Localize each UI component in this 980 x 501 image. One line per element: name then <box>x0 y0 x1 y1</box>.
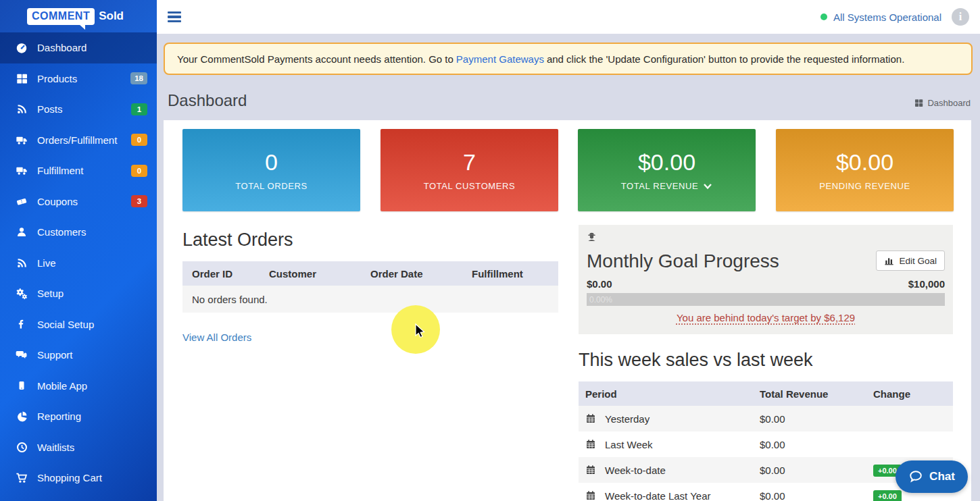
latest-orders-section: Latest Orders Order ID Customer Order Da… <box>182 230 558 344</box>
sidebar-item-label: Support <box>37 349 73 361</box>
truck-icon <box>15 134 28 146</box>
total-orders-card[interactable]: 0 TOTAL ORDERS <box>182 129 360 211</box>
column-header-order-id: Order ID <box>182 268 269 280</box>
column-header-order-date: Order Date <box>370 268 472 280</box>
monthly-goal-title: Monthly Goal Progress <box>587 250 779 272</box>
rss-icon <box>15 103 28 115</box>
sidebar-item-reporting[interactable]: Reporting <box>0 401 157 432</box>
grid-icon <box>15 72 28 84</box>
total-customers-card[interactable]: 7 TOTAL CUSTOMERS <box>381 129 558 211</box>
chevron-down-icon[interactable] <box>703 183 712 190</box>
content-panel: 0 TOTAL ORDERS 7 TOTAL CUSTOMERS $0.00 T… <box>164 120 971 501</box>
chat-bubbles-icon <box>15 349 28 361</box>
sidebar-item-orders-fulfillment[interactable]: Orders/Fulfillment 0 <box>0 125 157 156</box>
topbar: All Systems Operational i <box>157 0 980 34</box>
revenue-value: $0.00 <box>760 439 873 450</box>
sidebar-item-label: Setup <box>37 288 64 299</box>
pending-revenue-value: $0.00 <box>836 149 893 176</box>
topbar-right: All Systems Operational i <box>820 8 969 26</box>
products-count-badge: 18 <box>130 72 147 84</box>
total-customers-label: TOTAL CUSTOMERS <box>424 181 516 191</box>
monthly-goal-panel: Monthly Goal Progress Edit Goal $0.00 $1… <box>579 225 953 334</box>
sidebar-item-label: Orders/Fulfillment <box>37 134 117 146</box>
sidebar-item-label: Shopping Cart <box>37 472 102 483</box>
sidebar-item-waitlists[interactable]: Waitlists <box>0 432 157 463</box>
pending-revenue-card[interactable]: $0.00 PENDING REVENUE <box>776 129 954 211</box>
goal-progress-bar: 0.00% <box>587 293 945 306</box>
sidebar-item-products[interactable]: Products 18 <box>0 63 157 95</box>
revenue-value: $0.00 <box>760 490 873 501</box>
pie-chart-icon <box>15 411 28 423</box>
goal-warning-text[interactable]: You are behind today's target by $6,129 <box>587 312 945 323</box>
breadcrumb[interactable]: Dashboard <box>914 98 971 108</box>
truck-icon <box>15 165 28 177</box>
table-row: Week-to-date Last Year $0.00 +0.00 <box>579 483 953 501</box>
sidebar-item-label: Reporting <box>37 411 81 422</box>
logo-speech-bubble: COMMENT <box>27 8 95 25</box>
facebook-icon <box>15 318 28 330</box>
week-sales-header-row: Period Total Revenue Change <box>579 381 953 406</box>
clock-icon <box>15 441 28 453</box>
table-row: Last Week $0.00 <box>579 431 953 457</box>
sidebar-item-mobile-app[interactable]: Mobile App <box>0 371 157 402</box>
sidebar-item-label: Dashboard <box>37 42 87 53</box>
total-customers-value: 7 <box>463 149 476 176</box>
ticket-icon <box>15 195 28 207</box>
chat-bubble-icon <box>908 469 923 484</box>
calendar-icon <box>585 490 596 501</box>
payment-gateways-link[interactable]: Payment Gateways <box>456 53 544 65</box>
view-all-orders-link[interactable]: View All Orders <box>182 332 251 343</box>
coupons-count-badge: 3 <box>131 195 147 207</box>
edit-goal-button[interactable]: Edit Goal <box>876 250 945 271</box>
sidebar-item-label: Products <box>37 73 77 84</box>
total-orders-label: TOTAL ORDERS <box>235 181 308 191</box>
main-area: Your CommentSold Payments account needs … <box>157 34 980 501</box>
period-label: Week-to-date <box>605 465 666 476</box>
change-badge: +0.00 <box>873 490 902 501</box>
empty-orders-row: No orders found. <box>182 286 558 313</box>
column-header-fulfillment: Fulfillment <box>472 268 558 280</box>
sidebar-item-setup[interactable]: Setup <box>0 278 157 309</box>
sidebar-item-label: Live <box>37 257 56 269</box>
page-title: Dashboard <box>168 91 247 110</box>
fulfillment-count-badge: 0 <box>131 165 147 177</box>
info-icon[interactable]: i <box>952 8 969 26</box>
latest-orders-header-row: Order ID Customer Order Date Fulfillment <box>182 261 558 286</box>
edit-goal-label: Edit Goal <box>899 256 937 266</box>
sidebar-item-label: Mobile App <box>37 380 87 392</box>
revenue-value: $0.00 <box>760 465 873 476</box>
sidebar-item-shopping-cart[interactable]: Shopping Cart <box>0 463 157 494</box>
sidebar-item-customers[interactable]: Customers <box>0 217 157 248</box>
goal-target-value: $10,000 <box>908 278 945 290</box>
alert-text-before: Your CommentSold Payments account needs … <box>177 53 454 65</box>
sidebar-item-social-setup[interactable]: Social Setup <box>0 309 157 340</box>
user-icon <box>15 226 28 238</box>
column-header-change: Change <box>873 388 953 400</box>
total-revenue-label: TOTAL REVENUE <box>621 181 712 191</box>
brand-logo[interactable]: COMMENT Sold <box>0 0 157 32</box>
sidebar-item-label: Fulfillment <box>37 165 83 176</box>
alert-text-after: and click the 'Update Configuration' but… <box>547 53 904 65</box>
sidebar-item-label: Waitlists <box>37 442 74 453</box>
goal-current-value: $0.00 <box>587 278 612 290</box>
sidebar-item-live[interactable]: Live <box>0 248 157 279</box>
period-label: Week-to-date Last Year <box>605 490 711 501</box>
system-status-link[interactable]: All Systems Operational <box>833 11 941 23</box>
total-revenue-card[interactable]: $0.00 TOTAL REVENUE <box>578 129 756 211</box>
sidebar-item-coupons[interactable]: Coupons 3 <box>0 186 157 217</box>
breadcrumb-label: Dashboard <box>927 98 971 108</box>
table-row: Yesterday $0.00 <box>579 406 953 431</box>
chat-button-label: Chat <box>929 470 955 483</box>
sidebar-item-support[interactable]: Support <box>0 340 157 371</box>
app-root: COMMENT Sold Dashboard Products 18 <box>0 0 980 501</box>
column-header-customer: Customer <box>269 268 370 280</box>
chat-button[interactable]: Chat <box>896 460 968 493</box>
grid-icon <box>914 99 923 107</box>
sidebar-item-fulfillment[interactable]: Fulfillment 0 <box>0 155 157 186</box>
sidebar-item-dashboard[interactable]: Dashboard <box>0 32 157 63</box>
hamburger-menu-icon[interactable] <box>168 11 181 22</box>
pending-revenue-label: PENDING REVENUE <box>819 181 910 191</box>
goal-percent-label: 0.00% <box>587 295 612 305</box>
sidebar-item-posts[interactable]: Posts 1 <box>0 94 157 125</box>
dashboard-icon <box>15 42 28 54</box>
